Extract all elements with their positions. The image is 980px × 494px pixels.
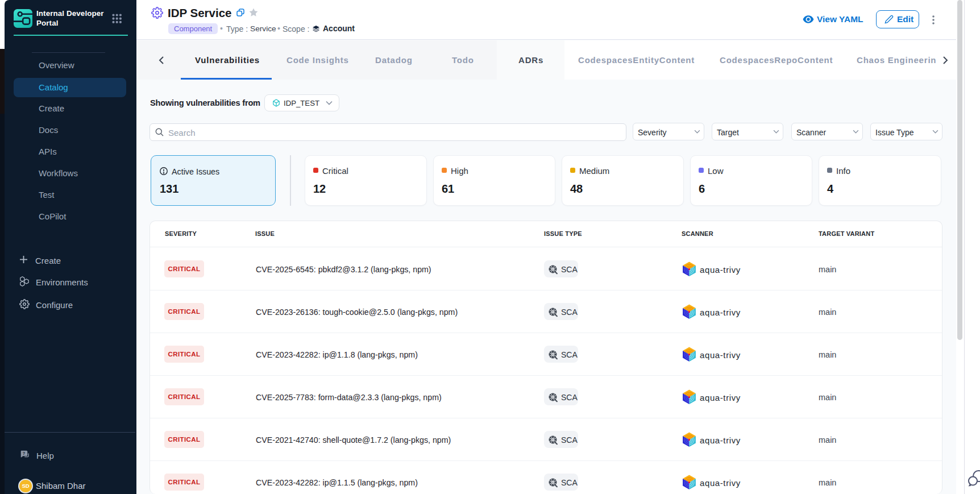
svg-text:?: ? xyxy=(23,451,26,456)
